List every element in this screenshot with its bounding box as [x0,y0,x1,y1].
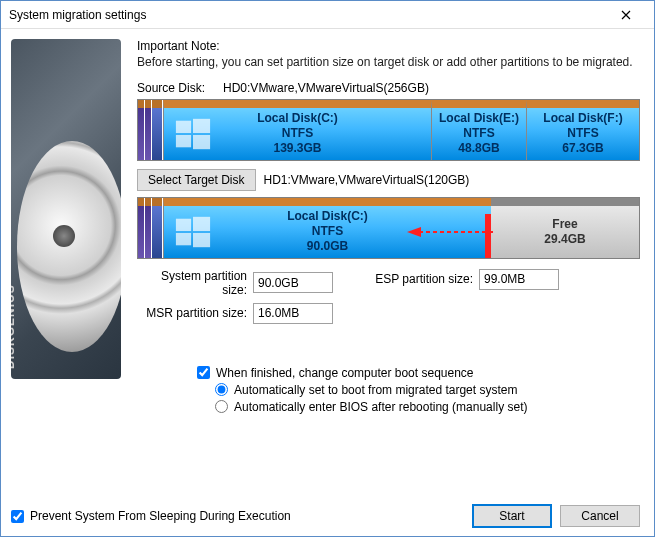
source-disk-value: HD0:VMware,VMwareVirtualS(256GB) [223,81,429,95]
source-part-c[interactable]: Local Disk(C:) NTFS 139.3GB [163,100,431,160]
boot-auto-label: Automatically set to boot from migrated … [234,383,517,397]
target-part-c[interactable]: Local Disk(C:) NTFS 90.0GB [163,198,491,258]
prevent-sleep-label: Prevent System From Sleeping During Exec… [30,509,291,523]
part-name: Local Disk(C:) [257,111,338,126]
brand-label: DISKGENIUS [11,284,17,369]
close-button[interactable] [606,2,646,28]
part-name: Local Disk(E:) [439,111,519,126]
svg-rect-6 [176,233,191,245]
hidden-part-1 [138,100,144,160]
part-name: Local Disk(C:) [287,209,368,224]
source-disk-bar: Local Disk(C:) NTFS 139.3GB Local Disk(E… [137,99,640,161]
prevent-sleep-checkbox[interactable]: Prevent System From Sleeping During Exec… [11,509,291,523]
hidden-part-1 [138,198,144,258]
part-fs: NTFS [439,126,519,141]
boot-auto-radio-input[interactable] [215,383,228,396]
note-title: Important Note: [137,39,640,53]
start-button[interactable]: Start [472,504,552,528]
note-body: Before starting, you can set partition s… [137,55,640,71]
part-fs: NTFS [257,126,338,141]
svg-rect-3 [193,135,210,149]
hidden-part-3 [152,198,162,258]
part-size: 139.3GB [257,141,338,156]
esp-size-input[interactable] [479,269,559,290]
part-size: 90.0GB [287,239,368,254]
boot-auto-radio[interactable]: Automatically set to boot from migrated … [215,383,640,397]
hidden-part-2 [145,100,151,160]
msr-size-label: MSR partition size: [137,306,247,320]
svg-marker-9 [407,227,421,237]
target-free-space[interactable]: Free 29.4GB [491,198,639,258]
target-disk-value: HD1:VMware,VMwareVirtualS(120GB) [264,173,470,187]
part-name: Local Disk(F:) [543,111,622,126]
sys-size-input[interactable] [253,272,333,293]
prevent-sleep-check-input[interactable] [11,510,24,523]
resize-handle[interactable] [485,214,491,258]
source-part-f[interactable]: Local Disk(F:) NTFS 67.3GB [526,100,639,160]
boot-sequence-check-input[interactable] [197,366,210,379]
svg-rect-7 [193,233,210,247]
svg-rect-2 [176,135,191,147]
source-disk-label: Source Disk: [137,81,205,95]
cancel-button[interactable]: Cancel [560,505,640,527]
title-bar: System migration settings [1,1,654,29]
window-title: System migration settings [9,8,606,22]
part-name: Free [544,217,585,232]
boot-sequence-label: When finished, change computer boot sequ… [216,366,474,380]
boot-bios-radio-input[interactable] [215,400,228,413]
hdd-illustration: DISKGENIUS [11,39,121,379]
part-size: 29.4GB [544,232,585,247]
boot-bios-radio[interactable]: Automatically enter BIOS after rebooting… [215,400,640,414]
svg-rect-1 [193,118,210,132]
sidebar-graphic: DISKGENIUS [1,29,131,536]
target-disk-bar: Local Disk(C:) NTFS 90.0GB Free 29.4GB [137,197,640,259]
part-size: 48.8GB [439,141,519,156]
msr-size-input[interactable] [253,303,333,324]
part-size: 67.3GB [543,141,622,156]
part-fs: NTFS [543,126,622,141]
resize-arrow-icon [407,225,497,239]
hidden-part-3 [152,100,162,160]
select-target-disk-button[interactable]: Select Target Disk [137,169,256,191]
svg-rect-4 [176,218,191,230]
hidden-part-2 [145,198,151,258]
boot-sequence-checkbox[interactable]: When finished, change computer boot sequ… [197,366,640,380]
part-fs: NTFS [287,224,368,239]
windows-icon [174,115,212,153]
svg-rect-5 [193,216,210,230]
source-part-e[interactable]: Local Disk(E:) NTFS 48.8GB [431,100,526,160]
windows-icon [174,213,212,251]
sys-size-label: System partition size: [137,269,247,297]
esp-size-label: ESP partition size: [373,272,473,286]
boot-bios-label: Automatically enter BIOS after rebooting… [234,400,527,414]
svg-rect-0 [176,120,191,132]
